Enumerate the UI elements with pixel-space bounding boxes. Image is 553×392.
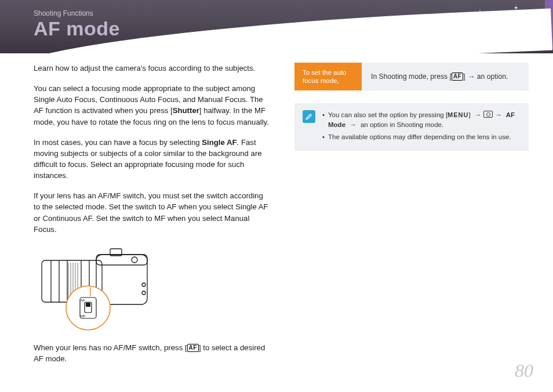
- header-band: ✦ ✦ • ✦ • Shooting Functions AF mode: [0, 0, 553, 53]
- svg-rect-1: [96, 255, 147, 265]
- pen-note-icon: [303, 110, 315, 123]
- breadcrumb: Shooting Functions: [34, 9, 93, 17]
- note-item-1: You can also set the option by pressing …: [322, 110, 521, 130]
- svg-point-5: [142, 291, 145, 295]
- callout-instruction: In Shooting mode, press [AF] → an option…: [362, 63, 529, 90]
- camera-icon: [483, 111, 493, 118]
- paragraph-singleaf: In most cases, you can have a focus by s…: [34, 137, 270, 182]
- singleaf-label: Single AF: [202, 138, 237, 147]
- text: an option.: [477, 72, 508, 81]
- arrow-icon: →: [347, 121, 359, 128]
- camera-illustration: AF MF: [34, 244, 270, 334]
- set-mode-callout: To set the auto focus mode, In Shooting …: [294, 63, 529, 90]
- paragraph-intro: Learn how to adjust the camera's focus a…: [34, 63, 270, 74]
- svg-rect-20: [86, 303, 90, 307]
- text: When your lens has no AF/MF switch, pres…: [34, 343, 187, 352]
- paragraph-switch: If your lens has an AF/MF switch, you mu…: [34, 190, 270, 235]
- svg-text:MF: MF: [81, 314, 86, 318]
- callout-label: To set the auto focus mode,: [294, 63, 362, 90]
- left-column: Learn how to adjust the camera's focus a…: [34, 63, 270, 392]
- page-content: Learn how to adjust the camera's focus a…: [34, 63, 529, 392]
- arrow-icon: →: [472, 111, 484, 118]
- menu-button-icon: MENU: [448, 111, 468, 118]
- section-color-tab: [545, 0, 553, 49]
- text: ]: [468, 111, 472, 118]
- note-item-2: The available options may differ dependi…: [322, 132, 521, 142]
- arrow-icon: →: [465, 72, 477, 81]
- text: In Shooting mode, press [: [371, 72, 452, 81]
- paragraph-modes: You can select a focusing mode appropria…: [34, 83, 270, 128]
- page-number: 80: [515, 360, 533, 382]
- svg-text:AF: AF: [81, 299, 85, 302]
- page-title: AF mode: [34, 17, 120, 40]
- svg-point-4: [142, 283, 145, 286]
- arrow-icon: →: [493, 111, 504, 118]
- right-column: To set the auto focus mode, In Shooting …: [294, 63, 529, 392]
- note-body: You can also set the option by pressing …: [322, 110, 521, 144]
- paragraph-no-switch: When your lens has no AF/MF switch, pres…: [34, 342, 270, 364]
- text: In most cases, you can have a focus by s…: [34, 138, 202, 147]
- shutter-label: Shutter: [173, 106, 199, 115]
- af-button-icon: AF: [452, 72, 463, 81]
- text: You can also set the option by pressing …: [328, 111, 448, 118]
- svg-point-3: [132, 257, 137, 263]
- note-box: You can also set the option by pressing …: [294, 103, 529, 151]
- af-button-icon: AF: [187, 344, 199, 352]
- text: an option in Shooting mode.: [359, 121, 443, 128]
